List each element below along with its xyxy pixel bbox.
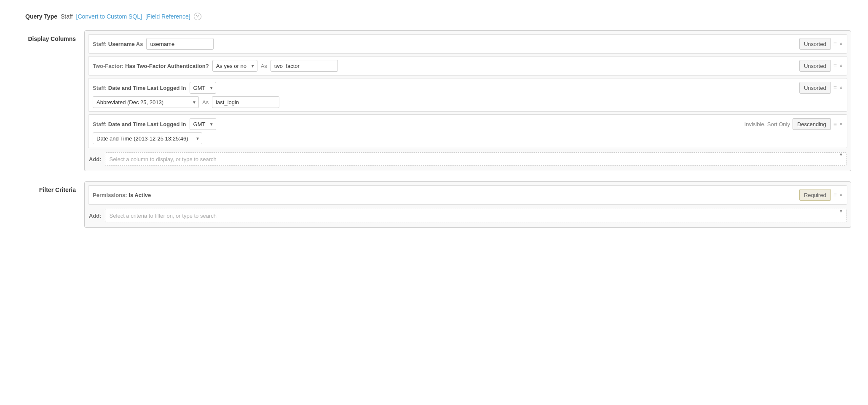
username-row-actions: Unsorted ≡ ×: [799, 38, 843, 50]
username-field-label: Staff: Username As: [93, 41, 143, 47]
convert-to-sql-link[interactable]: [Convert to Custom SQL]: [76, 13, 142, 20]
column-row-twofactor: Two-Factor: Has Two-Factor Authenticatio…: [88, 56, 847, 76]
twofactor-format-select-wrap: As yes or no As 1 or 0 Raw ▼: [212, 60, 257, 72]
twofactor-as-text: As: [261, 63, 267, 69]
lastlogin-abbrev-row-actions: Unsorted ≡ ×: [799, 82, 843, 94]
help-icon[interactable]: ?: [194, 13, 201, 20]
lastlogin-sort-menu-icon[interactable]: ≡: [833, 121, 837, 127]
filter-row-isactive-inner: Permissions: Is Active: [93, 192, 796, 198]
filter-criteria-add-row: Add: Select a criteria to filter on, or …: [88, 207, 847, 224]
lastlogin-sort-row-actions: Invisible, Sort Only Descending ≡ ×: [745, 118, 843, 130]
query-type-label: Query Type: [25, 13, 57, 20]
twofactor-format-select[interactable]: As yes or no As 1 or 0 Raw: [212, 60, 257, 72]
twofactor-alias-input[interactable]: [271, 60, 338, 72]
lastlogin-abbrev-format-select[interactable]: Abbreviated (Dec 25, 2013) Full (Decembe…: [93, 96, 199, 108]
lastlogin-abbrev-top: Staff: Date and Time Last Logged In GMT …: [93, 82, 843, 94]
filter-criteria-section: Filter Criteria Permissions: Is Active R…: [17, 181, 851, 228]
filter-criteria-add-select-wrap: Select a criteria to filter on, or type …: [105, 209, 847, 222]
lastlogin-abbrev-format-wrap: Abbreviated (Dec 25, 2013) Full (Decembe…: [93, 96, 199, 108]
lastlogin-abbrev-timezone-wrap: GMT UTC EST PST ▼: [190, 82, 216, 94]
display-columns-add-select-wrap: Select a column to display, or type to s…: [105, 152, 847, 166]
column-row-lastlogin-sort: Staff: Date and Time Last Logged In GMT …: [88, 114, 847, 148]
invisible-sort-label: Invisible, Sort Only: [745, 121, 790, 127]
column-row-username-inner: Staff: Username As: [93, 38, 796, 50]
lastlogin-sort-format-wrap: Date and Time (2013-12-25 13:25:46) Abbr…: [93, 132, 202, 144]
display-columns-add-select[interactable]: Select a column to display, or type to s…: [105, 152, 847, 166]
twofactor-row-actions: Unsorted ≡ ×: [799, 60, 843, 72]
twofactor-field-label: Two-Factor: Has Two-Factor Authenticatio…: [93, 63, 209, 69]
lastlogin-abbrev-bottom: Abbreviated (Dec 25, 2013) Full (Decembe…: [93, 96, 843, 108]
display-columns-content: Staff: Username As Unsorted ≡ × Two-Fact…: [84, 30, 851, 171]
twofactor-menu-icon[interactable]: ≡: [833, 62, 837, 69]
column-row-twofactor-inner: Two-Factor: Has Two-Factor Authenticatio…: [93, 60, 796, 72]
lastlogin-sort-close-icon[interactable]: ×: [839, 121, 843, 127]
lastlogin-abbrev-menu-icon[interactable]: ≡: [833, 84, 837, 91]
query-type-value: Staff: [61, 13, 73, 20]
lastlogin-sort-timezone-wrap: GMT UTC EST PST ▼: [190, 118, 216, 130]
twofactor-close-icon[interactable]: ×: [839, 62, 843, 69]
lastlogin-sort-format-select[interactable]: Date and Time (2013-12-25 13:25:46) Abbr…: [93, 132, 202, 144]
filter-criteria-content: Permissions: Is Active Required ≡ × Add:…: [84, 181, 851, 228]
lastlogin-abbrev-sort-button[interactable]: Unsorted: [799, 82, 831, 94]
display-columns-add-row: Add: Select a column to display, or type…: [88, 151, 847, 167]
lastlogin-abbrev-timezone-select[interactable]: GMT UTC EST PST: [190, 82, 216, 94]
lastlogin-sort-button[interactable]: Descending: [793, 118, 831, 130]
isactive-row-actions: Required ≡ ×: [799, 189, 843, 201]
isactive-menu-icon[interactable]: ≡: [833, 192, 837, 198]
lastlogin-sort-field-label: Staff: Date and Time Last Logged In: [93, 121, 186, 127]
filter-criteria-add-select[interactable]: Select a criteria to filter on, or type …: [105, 209, 847, 222]
lastlogin-sort-timezone-select[interactable]: GMT UTC EST PST: [190, 118, 216, 130]
isactive-field-label: Permissions: Is Active: [93, 192, 151, 198]
column-row-lastlogin-abbrev: Staff: Date and Time Last Logged In GMT …: [88, 78, 847, 112]
filter-criteria-label: Filter Criteria: [17, 181, 76, 193]
field-reference-link[interactable]: [Field Reference]: [145, 13, 190, 20]
filter-criteria-add-label: Add:: [89, 213, 102, 219]
column-row-username: Staff: Username As Unsorted ≡ ×: [88, 34, 847, 54]
lastlogin-abbrev-field-label: Staff: Date and Time Last Logged In: [93, 85, 186, 91]
username-close-icon[interactable]: ×: [839, 40, 843, 47]
username-menu-icon[interactable]: ≡: [833, 40, 837, 47]
username-alias-input[interactable]: [146, 38, 214, 50]
filter-row-isactive: Permissions: Is Active Required ≡ ×: [88, 185, 847, 205]
display-columns-add-label: Add:: [89, 156, 102, 162]
twofactor-sort-button[interactable]: Unsorted: [799, 60, 831, 72]
display-columns-label: Display Columns: [17, 30, 76, 42]
lastlogin-abbrev-as-text: As: [202, 99, 209, 105]
display-columns-section: Display Columns Staff: Username As Unsor…: [17, 30, 851, 171]
username-sort-button[interactable]: Unsorted: [799, 38, 831, 50]
lastlogin-abbrev-close-icon[interactable]: ×: [839, 84, 843, 91]
lastlogin-abbrev-alias-input[interactable]: [212, 96, 279, 108]
lastlogin-sort-top: Staff: Date and Time Last Logged In GMT …: [93, 118, 843, 130]
isactive-close-icon[interactable]: ×: [839, 192, 843, 198]
query-type-row: Query Type Staff [Convert to Custom SQL]…: [17, 13, 851, 20]
isactive-required-button[interactable]: Required: [799, 189, 831, 201]
lastlogin-sort-bottom: Date and Time (2013-12-25 13:25:46) Abbr…: [93, 132, 843, 144]
